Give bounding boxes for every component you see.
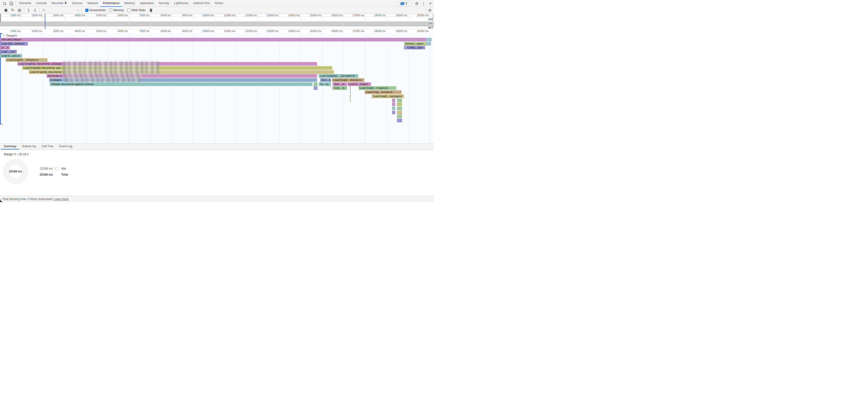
summary-tab-summary[interactable]: Summary [1, 144, 19, 150]
flame-bar-small[interactable] [392, 106, 395, 110]
summary-tab-event-log[interactable]: Event Log [56, 144, 75, 150]
tab-elements[interactable]: Elements [17, 0, 34, 7]
flame-bar-small[interactable] [404, 46, 406, 50]
timeline-overview[interactable]: 1000 ms2000 ms3000 ms4000 ms5000 ms6000 … [0, 14, 434, 29]
checkbox-unchecked-icon [109, 9, 112, 12]
close-devtools-icon[interactable]: × [428, 1, 433, 6]
gridline [86, 33, 86, 144]
tab-network[interactable]: Network [85, 0, 100, 7]
flame-bar[interactable]: Co…ts [319, 82, 331, 86]
flame-bar[interactable]: Generate: p [46, 74, 317, 78]
overview-scrollbar[interactable] [433, 14, 434, 19]
tick-label: 3000 ms [45, 30, 63, 32]
record-button[interactable] [4, 9, 7, 12]
flame-bar[interactable]: Load GraphQ…ed/types.ts [6, 58, 48, 62]
tab-application[interactable]: Application [137, 0, 156, 7]
flame-bar[interactable]: Codegen: [49, 78, 317, 82]
clear-recording-icon[interactable] [18, 9, 21, 12]
flame-bar[interactable]: Load GraphQL documents: [29, 70, 334, 74]
device-toolbar-icon[interactable] [8, 0, 14, 6]
tab-lighthouse[interactable]: Lighthouse [172, 0, 191, 7]
flame-bar-small[interactable] [392, 111, 395, 114]
flame-bar-label: Load G…pes.ts [0, 54, 22, 58]
toolbar-divider [24, 8, 24, 12]
flame-bar[interactable]: Load GraphQL documents: pac [22, 66, 332, 70]
flame-bar[interactable]: Load GraphQL …urn-types.ts [319, 74, 358, 78]
tick-label: 11000 ms [217, 14, 236, 17]
flame-bar[interactable]: Load …s.ts [0, 50, 17, 54]
tab-performance[interactable]: Performance [100, 0, 122, 7]
load-profile-icon[interactable]: ↥ [27, 8, 30, 12]
tab-redux[interactable]: Redux [212, 0, 226, 7]
capture-settings-gear-icon[interactable]: ⚙ [427, 8, 433, 12]
thread-header[interactable]: ▼ Thread 0 [3, 34, 17, 37]
flame-bar-small[interactable] [350, 90, 351, 94]
legend-label: Idle [61, 167, 66, 170]
flame-bar-small[interactable] [314, 82, 317, 86]
settings-gear-icon[interactable]: ⚙ [414, 1, 420, 6]
tick-label: 13000 ms [260, 14, 278, 17]
lane-label-cpu: CPU [428, 23, 434, 25]
flame-bar-small[interactable] [397, 102, 402, 106]
flame-bar-small[interactable] [426, 42, 431, 45]
tab-adblock-plus[interactable]: Adblock Plus [191, 0, 212, 7]
flame-bar[interactable]: Validate documents against schema [50, 82, 312, 86]
flame-bar-small[interactable] [350, 86, 351, 90]
flame-bar-small[interactable] [397, 106, 402, 110]
tick-label: 14000 ms [281, 14, 300, 17]
flame-bar[interactable]: Load Graph…/mocks.ts [332, 78, 364, 82]
checkbox-web-vitals[interactable]: Web Vitals [127, 8, 146, 12]
flame-bar[interactable]: Load G…pes.ts [0, 54, 22, 58]
tab-security[interactable]: Security [156, 0, 172, 7]
flame-bar-small[interactable] [397, 111, 402, 114]
tick-label: 1000 ms [2, 14, 21, 17]
flame-bar[interactable]: Gen…ts [320, 78, 331, 82]
flame-bar-small[interactable] [431, 38, 432, 41]
issues-badge[interactable]: 3 [399, 1, 409, 6]
flame-bar[interactable]: executeCodegen [0, 38, 426, 41]
flame-bar-small[interactable] [397, 119, 402, 122]
flame-bar[interactable]: Gen.…ts [333, 82, 347, 86]
flame-bar-small[interactable] [314, 86, 317, 90]
flame-bar-label: Gen…ts [320, 78, 331, 82]
summary-tab-call-tree[interactable]: Call Tree [39, 144, 56, 150]
flame-bar-small[interactable] [392, 99, 395, 102]
flame-bar[interactable]: Codeg…ges/ [406, 46, 425, 50]
flame-bar[interactable]: Cod.…ts [333, 86, 347, 90]
learn-more-link[interactable]: Learn more [54, 197, 68, 201]
flame-bar[interactable]: Lo…s [0, 46, 10, 50]
flame-bar[interactable]: Load Grap…/mocks.ts [365, 90, 402, 94]
tick-label: 2000 ms [24, 30, 42, 32]
tab-sources[interactable]: Sources [69, 0, 85, 7]
reload-and-record-icon[interactable]: ↻ [11, 8, 14, 12]
profile-select[interactable]: #1 ▾ [42, 8, 79, 12]
checkbox-screenshots[interactable]: ✔Screenshots [85, 8, 106, 12]
flame-chart[interactable]: 1000 ms2000 ms3000 ms4000 ms5000 ms6000 … [0, 29, 434, 144]
flame-bar[interactable]: Load Gra…hema.ts [0, 42, 28, 45]
flame-bar-small[interactable] [397, 115, 402, 118]
tab-console[interactable]: Console [34, 0, 49, 7]
flame-bar[interactable]: Load Graph…packages/ [372, 94, 404, 98]
flame-bar-small[interactable] [392, 102, 395, 106]
flame-bar-small[interactable] [350, 94, 351, 98]
tab-recorder[interactable]: Recorder [49, 0, 69, 7]
more-options-kebab-icon[interactable]: ⋮ [421, 1, 426, 6]
save-profile-icon[interactable]: ↧ [33, 8, 37, 12]
summary-tab-bottom-up[interactable]: Bottom-Up [19, 144, 39, 150]
checkbox-memory[interactable]: Memory [109, 8, 124, 12]
gridline [172, 33, 172, 144]
overview-left-drag-handle[interactable] [0, 14, 1, 22]
flame-bar[interactable]: Genera…ages/ [404, 42, 426, 45]
flame-bar[interactable]: Load G…kages/ [347, 82, 371, 86]
flame-bar-small[interactable] [397, 99, 402, 102]
inspect-element-icon[interactable] [2, 0, 8, 6]
flame-bar-label: Lo…s [0, 46, 10, 50]
flame-bar[interactable]: Load GraphQL documents: package [18, 62, 317, 66]
tick-label: 19000 ms [389, 30, 407, 32]
legend-value: 20188 ms [34, 167, 53, 170]
flame-bar-small[interactable] [350, 99, 351, 102]
flame-bar[interactable]: Load Graph…n-types.ts [359, 86, 396, 90]
flame-bar-small[interactable] [426, 38, 431, 41]
trash-icon[interactable] [148, 7, 154, 13]
tab-memory[interactable]: Memory [122, 0, 137, 7]
